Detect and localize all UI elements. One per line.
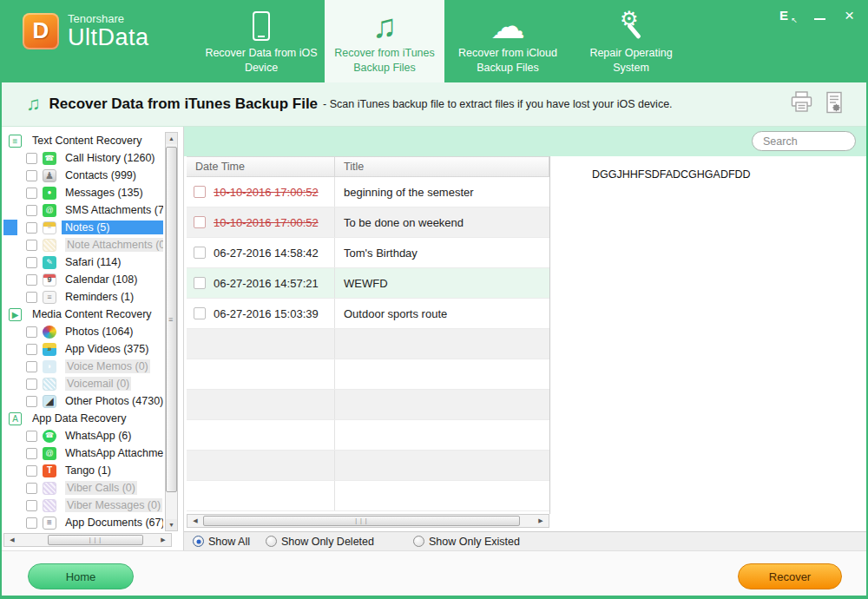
sidebar-item[interactable]: ◢ Other Photos (4730) xyxy=(2,392,163,410)
sidebar-item[interactable]: ≡ Reminders (1) xyxy=(2,288,163,306)
scroll-right-arrow-icon[interactable]: ▶ xyxy=(157,534,169,546)
home-button[interactable]: Home xyxy=(28,563,134,589)
item-icon: ● xyxy=(43,187,56,200)
column-header-title[interactable]: Title xyxy=(334,157,549,176)
recover-button[interactable]: Recover xyxy=(738,563,842,589)
row-date: 06-27-2016 14:57:21 xyxy=(214,277,319,290)
table-row[interactable]: 06-27-2016 14:58:42 Tom's Birthday xyxy=(187,238,549,268)
item-icon: ◗ xyxy=(43,360,56,373)
sidebar-item[interactable]: T Tango (1) xyxy=(2,462,163,479)
table-row[interactable]: 10-10-2016 17:00:52 beginning of the sem… xyxy=(187,177,549,207)
item-checkbox[interactable] xyxy=(26,188,37,199)
scroll-right-arrow-icon[interactable]: ▶ xyxy=(535,515,547,527)
item-checkbox[interactable] xyxy=(26,500,37,511)
sidebar-item[interactable]: 9 Calendar (108) xyxy=(2,271,163,288)
item-label: Viber Messages (0) xyxy=(65,498,162,512)
sidebar-item[interactable]: ● Messages (135) xyxy=(2,184,163,201)
item-checkbox[interactable] xyxy=(26,222,37,234)
nav-tab-recover-from-icloud-backup-files[interactable]: ☁ Recover from iCloud Backup Files xyxy=(448,0,568,82)
item-label: App Videos (375) xyxy=(65,343,148,355)
sidebar-section[interactable]: ▶ Media Content Recovery xyxy=(2,306,163,323)
item-checkbox[interactable] xyxy=(26,483,37,494)
sidebar-item[interactable]: Note Attachments (0) xyxy=(2,236,163,253)
close-icon[interactable]: × xyxy=(845,7,854,23)
sidebar-item[interactable]: Viber Messages (0) xyxy=(2,497,163,514)
nav-tab-recover-from-itunes-backup-files[interactable]: ♫ Recover from iTunes Backup Files xyxy=(325,0,444,82)
app-header: D Tenorshare UltData Recover Data from i… xyxy=(2,0,866,82)
sidebar-item[interactable]: ☎ Call History (1260) xyxy=(2,149,163,167)
filter-radio-show-only-existed[interactable]: Show Only Existed xyxy=(413,536,520,548)
sidebar-item[interactable]: ☎ WhatsApp (6) xyxy=(2,427,163,444)
item-checkbox[interactable] xyxy=(26,465,37,477)
scroll-down-arrow-icon[interactable]: ▼ xyxy=(166,519,177,530)
item-checkbox[interactable] xyxy=(26,361,37,372)
item-checkbox[interactable] xyxy=(26,240,37,251)
footer: Home Recover xyxy=(2,550,866,596)
scroll-up-arrow-icon[interactable]: ▲ xyxy=(166,133,177,144)
sidebar-item[interactable]: @ SMS Attachments (7) xyxy=(2,201,163,219)
nav-tabs: Recover Data from iOS Device ♫ Recover f… xyxy=(201,0,691,82)
search-input[interactable] xyxy=(752,131,856,151)
item-checkbox[interactable] xyxy=(26,274,37,286)
table-row[interactable]: 06-27-2016 15:03:39 Outdoor sports route xyxy=(187,299,549,329)
row-checkbox[interactable] xyxy=(194,277,206,289)
toolbar xyxy=(184,127,868,156)
item-icon: » xyxy=(43,343,56,356)
menu-icon[interactable]: E↖ xyxy=(779,8,795,23)
item-icon: T xyxy=(43,464,56,477)
row-checkbox[interactable] xyxy=(194,247,206,259)
sidebar-item[interactable]: ◗ Voice Memos (0) xyxy=(2,358,163,375)
sidebar-item[interactable]: ✎ Safari (114) xyxy=(2,253,163,271)
minimize-icon[interactable] xyxy=(814,18,825,20)
item-checkbox[interactable] xyxy=(26,396,37,407)
section-icon: A xyxy=(9,412,22,425)
item-checkbox[interactable] xyxy=(26,153,37,164)
sidebar-item[interactable]: @ WhatsApp Attachments ( xyxy=(2,444,163,462)
sidebar-item[interactable]: » App Videos (375) xyxy=(2,340,163,358)
tab-label: Repair Operating System xyxy=(571,46,691,76)
sidebar-section[interactable]: ≡ Text Content Recovery xyxy=(2,132,163,149)
scrollbar-thumb[interactable] xyxy=(48,535,143,545)
item-checkbox[interactable] xyxy=(26,344,37,355)
sidebar-item[interactable]: ♟ Contacts (999) xyxy=(2,167,163,184)
scrollbar-thumb[interactable] xyxy=(203,516,520,526)
app-logo-icon: D xyxy=(23,13,59,49)
table-header: Date Time Title xyxy=(187,156,549,177)
row-title: Tom's Birthday xyxy=(344,247,418,260)
item-checkbox[interactable] xyxy=(26,205,37,216)
sidebar-item[interactable]: ≡ Notes (5) xyxy=(2,219,163,236)
iphone-icon xyxy=(253,11,270,41)
item-icon xyxy=(43,326,56,339)
sidebar-item[interactable]: Photos (1064) xyxy=(2,323,163,340)
item-checkbox[interactable] xyxy=(26,448,37,459)
item-checkbox[interactable] xyxy=(26,257,37,268)
sidebar-section[interactable]: A App Data Recovery xyxy=(2,410,163,427)
item-checkbox[interactable] xyxy=(26,431,37,442)
sidebar-item[interactable]: ≡ App Documents (67) xyxy=(2,514,163,531)
column-header-date-time[interactable]: Date Time xyxy=(187,161,334,173)
radio-label: Show All xyxy=(208,536,250,548)
item-checkbox[interactable] xyxy=(26,517,37,529)
printer-icon[interactable] xyxy=(790,91,813,115)
filter-radio-show-all[interactable]: Show All xyxy=(193,536,250,548)
nav-tab-recover-data-from-ios-device[interactable]: Recover Data from iOS Device xyxy=(201,0,321,82)
row-checkbox[interactable] xyxy=(194,186,206,198)
export-settings-icon[interactable] xyxy=(825,91,844,115)
scroll-left-arrow-icon[interactable]: ◀ xyxy=(6,534,18,546)
row-checkbox[interactable] xyxy=(194,216,206,228)
table-row[interactable]: 06-27-2016 14:57:21 WEWFD xyxy=(187,268,549,299)
item-checkbox[interactable] xyxy=(26,378,37,390)
item-checkbox[interactable] xyxy=(26,326,37,338)
item-checkbox[interactable] xyxy=(26,292,37,303)
sidebar-item[interactable]: Voicemail (0) xyxy=(2,375,163,392)
section-label: Media Content Recovery xyxy=(32,308,152,320)
row-checkbox[interactable] xyxy=(194,307,206,319)
scroll-left-arrow-icon[interactable]: ◀ xyxy=(189,515,201,527)
filter-radio-show-only-deleted[interactable]: Show Only Deleted xyxy=(266,536,374,548)
nav-tab-repair-operating-system[interactable]: ⚙ Repair Operating System xyxy=(571,0,691,82)
item-checkbox[interactable] xyxy=(26,170,37,181)
page-title: Recover Data from iTunes Backup File xyxy=(49,95,319,113)
table-row[interactable]: 10-10-2016 17:00:52 To be done on weeken… xyxy=(187,207,549,238)
scrollbar-thumb[interactable] xyxy=(166,147,177,492)
sidebar-item[interactable]: Viber Calls (0) xyxy=(2,479,163,497)
